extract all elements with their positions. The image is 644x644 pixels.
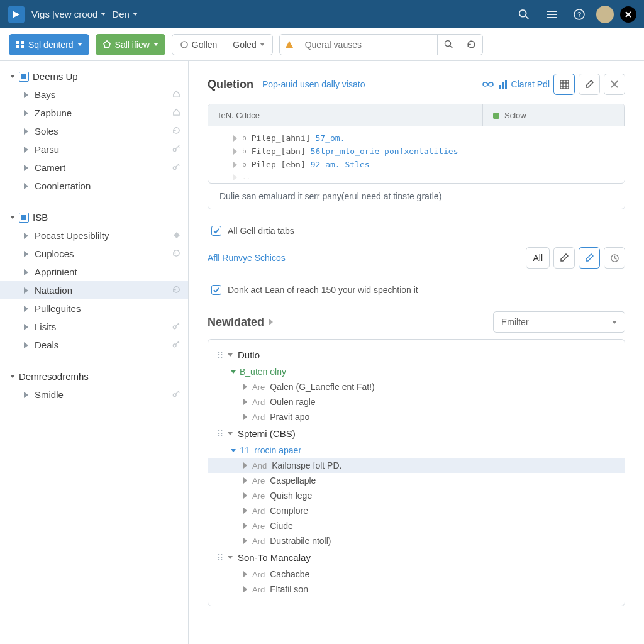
svg-rect-9: [16, 41, 19, 44]
play-icon: [24, 251, 28, 257]
tree-item[interactable]: Coonlertation: [0, 177, 188, 195]
key-icon: [172, 162, 180, 173]
tree-item[interactable]: Pulleguites: [0, 299, 188, 318]
warning-icon: [280, 35, 299, 55]
tree-section-label: ISB: [33, 212, 48, 223]
result-item[interactable]: AndKailonspe folt PD.: [208, 458, 625, 473]
result-group-sub[interactable]: 11_rrocin apaer: [208, 443, 625, 458]
edit-icon[interactable]: [553, 247, 575, 269]
tree-item[interactable]: Lisits: [0, 318, 188, 336]
result-item[interactable]: ArdEltafil son: [208, 582, 625, 597]
search-button[interactable]: [437, 35, 460, 55]
result-item-name: Complore: [270, 506, 308, 516]
code-line[interactable]: bFilep_[abn]56tpr_mto_orie-ponfxentaliti…: [208, 145, 625, 158]
checkbox-row-1[interactable]: All Gell drtia tabs: [208, 221, 625, 241]
mode-b-button[interactable]: Goled: [225, 35, 272, 55]
clock-icon[interactable]: [604, 247, 625, 269]
edit-icon[interactable]: [579, 74, 600, 95]
refresh-icon: [172, 248, 180, 259]
code-tab-left[interactable]: TeN. Cddce: [208, 104, 483, 126]
user-avatar[interactable]: [596, 6, 614, 23]
project-dropdown[interactable]: Vigs |vew crood: [31, 9, 106, 19]
search-icon[interactable]: [513, 4, 535, 25]
result-group-header[interactable]: ⠿Son-To Mancalay: [208, 548, 625, 567]
tree-item-label: Natadion: [35, 285, 72, 296]
refresh-button[interactable]: [460, 35, 482, 55]
infinity-icon[interactable]: [482, 80, 494, 88]
tree-item[interactable]: Deals: [0, 336, 188, 354]
svg-line-15: [450, 46, 452, 48]
tree-section-header[interactable]: Deerns Up: [0, 67, 188, 86]
result-item-type: Ard: [252, 536, 265, 546]
close-panel-icon[interactable]: [604, 74, 625, 95]
code-line[interactable]: bPilep_[ahni]57_om.: [208, 131, 625, 145]
result-group-title: Sptemi (CBS): [238, 428, 296, 439]
result-item[interactable]: AreQuish lege: [208, 488, 625, 503]
result-item[interactable]: ArdComplore: [208, 503, 625, 518]
result-group-header[interactable]: ⠿Dutlo: [208, 346, 625, 364]
search-input[interactable]: [299, 35, 437, 55]
mode-a-button[interactable]: Gollen: [172, 35, 225, 55]
svg-rect-16: [21, 74, 26, 79]
code-name: Pilep_[ahni]: [252, 133, 311, 143]
key-icon: [172, 144, 180, 155]
result-item[interactable]: AreQalen (G_Lanefle ent Fat!): [208, 379, 625, 394]
close-icon[interactable]: [620, 6, 636, 23]
tree-item[interactable]: Zapbune: [0, 104, 188, 122]
result-group-sub[interactable]: B_uten olny: [208, 364, 625, 379]
checkbox-row-2[interactable]: Donk act Lean of reach 150 your wid spec…: [208, 280, 625, 300]
chart-link[interactable]: Clarat Pdl: [498, 79, 550, 89]
play-icon: [24, 92, 28, 98]
code-line[interactable]: bPilep_[ebn]92_am._Stles: [208, 158, 625, 171]
run-button[interactable]: Sall ifiew: [96, 34, 165, 55]
result-item[interactable]: ArdOulen ragle: [208, 394, 625, 409]
result-item[interactable]: ArdCachacbe: [208, 567, 625, 582]
code-tag: b: [242, 160, 247, 169]
key-icon: [172, 321, 180, 332]
tree-item[interactable]: Pocast Upesiblilty: [0, 226, 188, 245]
actions-link[interactable]: Afll Runvye Schicos: [208, 253, 286, 263]
svg-rect-19: [21, 215, 26, 220]
tree-item[interactable]: Apprinient: [0, 263, 188, 281]
checkbox-label: Donk act Lean of reach 150 your wid spec…: [228, 285, 418, 295]
tree-item-label: Camert: [35, 162, 65, 173]
tree-item[interactable]: Smidle: [0, 386, 188, 404]
tree-item[interactable]: Parsu: [0, 140, 188, 158]
checkbox-icon[interactable]: [211, 226, 221, 236]
result-item[interactable]: AreCiude: [208, 518, 625, 533]
caret-icon: [243, 571, 247, 577]
result-item-type: Ard: [252, 506, 265, 516]
result-item-name: Pravit apo: [270, 412, 309, 422]
page-title: Quletion: [208, 78, 253, 91]
help-icon[interactable]: ?: [569, 4, 590, 25]
result-item[interactable]: AreCaspellaple: [208, 473, 625, 488]
chevron-right-icon: [269, 319, 273, 325]
tree-item-label: Apprinient: [35, 267, 77, 277]
tree-section-header[interactable]: ISB: [0, 208, 188, 226]
grid-icon[interactable]: [553, 74, 575, 95]
tree-item[interactable]: Bays: [0, 86, 188, 104]
result-item[interactable]: ArdDustrabile ntoll): [208, 533, 625, 548]
emitter-select[interactable]: Emilter: [493, 311, 625, 333]
chevron-down-icon: [228, 432, 233, 435]
tree-item[interactable]: Cuploces: [0, 245, 188, 263]
result-item[interactable]: ArdPravit apo: [208, 409, 625, 425]
tree-item[interactable]: Natadion: [0, 281, 188, 299]
checkbox-icon[interactable]: [211, 285, 221, 295]
sql-button[interactable]: Sql denterd: [9, 34, 89, 55]
tree-section-header[interactable]: Demresodremhs: [0, 367, 188, 386]
menu-icon[interactable]: [541, 4, 562, 25]
code-tab-right[interactable]: Sclow: [483, 104, 625, 126]
tree-item[interactable]: Camert: [0, 158, 188, 177]
app-logo[interactable]: [8, 6, 25, 23]
page-subtitle[interactable]: Pop-auid usen dally visato: [262, 79, 365, 89]
caret-icon: [243, 508, 247, 514]
caret-icon: [243, 492, 247, 499]
result-group-header[interactable]: ⠿Sptemi (CBS): [208, 425, 625, 443]
filter-all-button[interactable]: All: [526, 247, 550, 269]
tree-item-label: Deals: [35, 340, 58, 350]
edit-active-icon[interactable]: [579, 247, 600, 269]
secondary-dropdown[interactable]: Den: [112, 9, 138, 19]
tree-item[interactable]: Soles: [0, 122, 188, 140]
code-value: 92_am._Stles: [311, 160, 370, 169]
